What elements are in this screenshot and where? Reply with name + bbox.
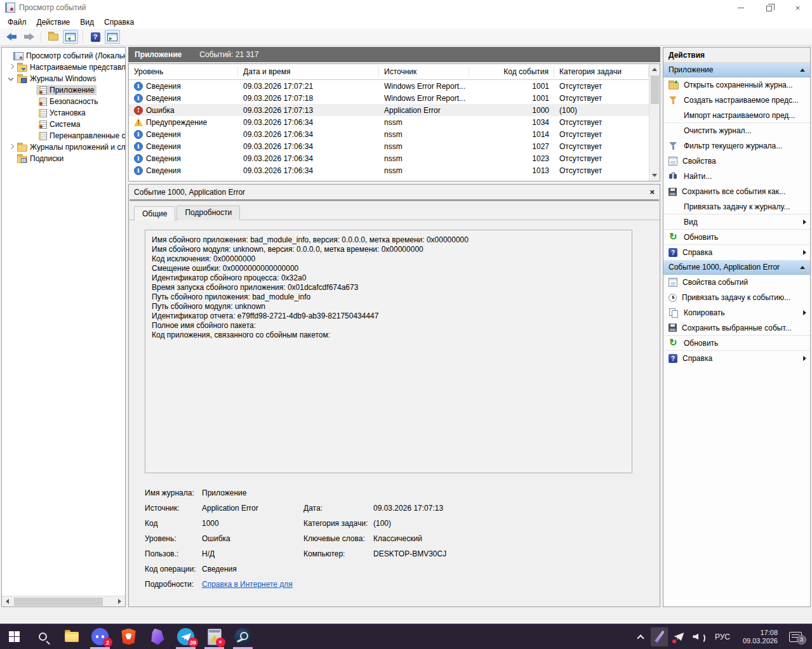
- language-indicator[interactable]: РУС: [710, 633, 735, 641]
- action-item[interactable]: Справка: [663, 245, 810, 260]
- action-item[interactable]: Вид: [663, 214, 810, 230]
- menu-item[interactable]: Справка: [99, 16, 139, 28]
- event-row[interactable]: Сведения 09.03.2026 17:06:34 nssm 1027 О…: [129, 140, 649, 152]
- taskbar-app-button[interactable]: [143, 624, 171, 649]
- action-item[interactable]: Копировать: [663, 305, 810, 320]
- taskbar: 2 39: [0, 624, 812, 649]
- action-item[interactable]: Обновить: [663, 336, 810, 351]
- action-item[interactable]: Фильтр текущего журнала...: [663, 138, 810, 154]
- tree-expander-icon[interactable]: [3, 51, 12, 60]
- menu-item[interactable]: Вид: [75, 16, 99, 28]
- action-item[interactable]: Открыть сохраненный журна...: [663, 77, 810, 93]
- taskbar-app-button[interactable]: [57, 624, 86, 649]
- column-header[interactable]: Уровень: [129, 67, 238, 77]
- actions-section-event[interactable]: Событие 1000, Application Error: [663, 260, 810, 275]
- tree-expander-icon[interactable]: [27, 97, 36, 106]
- menu-item[interactable]: Действие: [32, 16, 76, 28]
- start-button[interactable]: [0, 624, 29, 649]
- action-item[interactable]: Привязать задачу к журналу...: [663, 199, 810, 214]
- menu-item[interactable]: Файл: [3, 16, 32, 28]
- tray-feather-app-icon[interactable]: [651, 627, 668, 646]
- close-button[interactable]: ×: [783, 0, 812, 15]
- event-list-scrollbar[interactable]: [649, 64, 660, 181]
- detail-tab[interactable]: Подробности: [176, 206, 240, 220]
- event-row[interactable]: Сведения 09.03.2026 17:07:18 Windows Err…: [129, 92, 649, 104]
- detail-tab[interactable]: Общие: [134, 206, 175, 221]
- tree-item[interactable]: Журналы приложений и служб: [2, 141, 125, 153]
- tree-expander-icon[interactable]: [27, 86, 36, 95]
- open-saved-log-button[interactable]: [46, 30, 61, 44]
- tree-item[interactable]: Система: [2, 119, 125, 130]
- tree-item[interactable]: Установка: [2, 107, 125, 119]
- event-row[interactable]: Сведения 09.03.2026 17:06:34 nssm 1013 О…: [129, 164, 649, 176]
- taskbar-app-button[interactable]: ×: [200, 624, 229, 649]
- event-row[interactable]: Ошибка 09.03.2026 17:07:13 Application E…: [129, 104, 649, 116]
- scrollbar-thumb[interactable]: [651, 75, 659, 104]
- tree-item[interactable]: Безопасность: [2, 96, 125, 107]
- action-item[interactable]: Импорт настраиваемого пред...: [663, 108, 810, 123]
- taskbar-app-button[interactable]: 39: [171, 624, 200, 649]
- back-button[interactable]: [4, 30, 19, 44]
- scroll-left-icon[interactable]: [2, 596, 13, 607]
- action-item[interactable]: Обновить: [663, 230, 810, 245]
- close-detail-icon[interactable]: ×: [649, 187, 655, 197]
- action-item[interactable]: Сохранить выбранные событ...: [663, 320, 810, 336]
- action-center-icon[interactable]: 3: [789, 632, 802, 642]
- collapse-icon[interactable]: [800, 69, 805, 72]
- tree-horizontal-scrollbar[interactable]: [2, 596, 125, 606]
- tree-expander-icon[interactable]: [7, 63, 16, 72]
- action-item[interactable]: Очистить журнал...: [663, 123, 810, 138]
- tree-item[interactable]: Просмотр событий (Локальный): [2, 50, 125, 62]
- action-item[interactable]: Создать настраиваемое предс...: [663, 93, 810, 108]
- toggle-action-pane-button[interactable]: [105, 30, 120, 44]
- restore-button[interactable]: [755, 0, 783, 15]
- scroll-up-icon[interactable]: [649, 64, 660, 75]
- forward-button[interactable]: [21, 30, 36, 44]
- column-header[interactable]: Источник: [379, 67, 469, 77]
- column-header[interactable]: Категория задачи: [554, 67, 649, 77]
- tree-expander-icon[interactable]: [7, 74, 16, 83]
- action-item[interactable]: Справка: [663, 351, 810, 366]
- tree-expander-icon[interactable]: [7, 143, 16, 152]
- volume-icon[interactable]: [690, 627, 707, 646]
- tree-expander-icon[interactable]: [27, 108, 36, 117]
- taskbar-app-button[interactable]: [114, 624, 143, 649]
- tree-item[interactable]: Настраиваемые представления: [2, 62, 125, 73]
- scroll-right-icon[interactable]: [114, 596, 125, 607]
- tree-expander-icon[interactable]: [27, 131, 36, 140]
- event-description-text[interactable]: Имя сбойного приложения: bad_module_info…: [145, 230, 632, 473]
- help-button[interactable]: ?: [88, 30, 103, 44]
- action-label: Привязать задачу к журналу...: [684, 202, 798, 211]
- action-item[interactable]: Свойства событий: [663, 275, 810, 290]
- action-item[interactable]: Найти...: [663, 169, 810, 184]
- clock[interactable]: 17:08 09.03.2026: [738, 629, 783, 645]
- collapse-icon[interactable]: [800, 266, 805, 269]
- action-item[interactable]: Привязать задачу к событию...: [663, 290, 810, 305]
- event-row[interactable]: Сведения 09.03.2026 17:06:34 nssm 1023 О…: [129, 152, 649, 164]
- column-header[interactable]: Код события: [469, 67, 554, 77]
- taskbar-app-button[interactable]: [229, 624, 257, 649]
- scroll-down-icon[interactable]: [649, 170, 660, 181]
- tree-item[interactable]: Журналы Windows: [2, 73, 125, 84]
- scrollbar-thumb[interactable]: [14, 598, 103, 606]
- tree-item[interactable]: Подписки: [2, 153, 125, 164]
- tray-telegram-icon[interactable]: [670, 627, 688, 646]
- tree-expander-icon[interactable]: [27, 120, 36, 129]
- toggle-console-tree-button[interactable]: [63, 30, 78, 44]
- tree-item[interactable]: Приложение: [2, 84, 125, 96]
- event-row[interactable]: Сведения 09.03.2026 17:06:34 nssm 1014 О…: [129, 128, 649, 140]
- tray-expand-icon[interactable]: [638, 634, 643, 639]
- action-icon: [669, 157, 677, 166]
- actions-section-log[interactable]: Приложение: [663, 63, 810, 77]
- column-header[interactable]: Дата и время: [238, 67, 379, 77]
- event-row[interactable]: Сведения 09.03.2026 17:07:21 Windows Err…: [129, 80, 649, 92]
- tree-item[interactable]: Перенаправленные события: [2, 130, 125, 141]
- action-item[interactable]: Свойства: [663, 154, 810, 169]
- taskbar-app-button[interactable]: 2: [86, 624, 114, 649]
- taskbar-search-button[interactable]: [29, 624, 57, 649]
- action-item[interactable]: Сохранить все события как...: [663, 184, 810, 199]
- online-help-link[interactable]: Справка в Интернете для: [202, 580, 293, 589]
- tree-expander-icon[interactable]: [7, 154, 16, 163]
- event-row[interactable]: Предупреждение 09.03.2026 17:06:34 nssm …: [129, 116, 649, 128]
- minimize-button[interactable]: [726, 0, 755, 15]
